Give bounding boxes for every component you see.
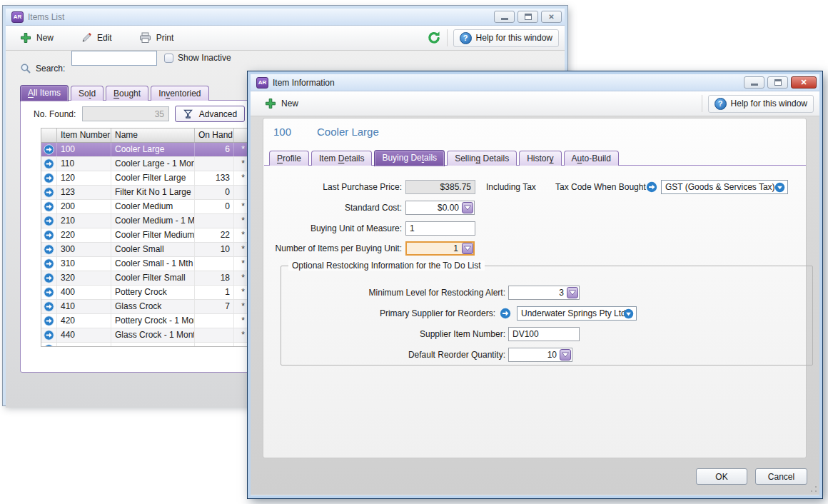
- close-button[interactable]: ✕: [791, 76, 817, 89]
- cell-name: Cooler Small: [111, 243, 195, 256]
- cell-item-number: 440: [57, 328, 111, 342]
- close-button[interactable]: ✕: [541, 11, 562, 23]
- tab-history[interactable]: History: [519, 151, 561, 166]
- item-row-400[interactable]: 400Pottery Crock1*: [41, 286, 252, 300]
- row-zoom-arrow-icon[interactable]: [41, 328, 57, 342]
- plus-icon: [265, 98, 276, 109]
- minimize-button[interactable]: [494, 11, 515, 23]
- maximize-button[interactable]: [767, 76, 788, 89]
- cell-item-number: 220: [57, 228, 111, 242]
- cell-on-hand: 7: [195, 300, 234, 313]
- row-zoom-arrow-icon[interactable]: [41, 200, 57, 213]
- tab-profile[interactable]: Profile: [269, 151, 309, 166]
- new-button[interactable]: New: [258, 95, 306, 112]
- tab-auto-build[interactable]: Auto-Build: [564, 151, 619, 166]
- search-input[interactable]: [71, 51, 157, 66]
- items-list-titlebar[interactable]: AR Items List ✕: [6, 9, 565, 26]
- tab-all-items[interactable]: All Items: [20, 85, 69, 101]
- tab-item-details[interactable]: Item Details: [311, 151, 372, 166]
- items-per-unit-spinner-icon[interactable]: [462, 243, 473, 254]
- tab-inventoried[interactable]: Inventoried: [151, 86, 208, 101]
- maximize-button[interactable]: [518, 11, 538, 23]
- plus-icon: [20, 32, 31, 44]
- ok-button[interactable]: OK: [696, 468, 747, 485]
- tax-code-dropdown-icon[interactable]: [774, 182, 785, 193]
- help-button[interactable]: ? Help for this window: [708, 95, 814, 113]
- row-zoom-arrow-icon[interactable]: [41, 214, 57, 228]
- cell-on-hand: 6: [195, 143, 234, 156]
- items-per-unit-field[interactable]: 1: [405, 241, 475, 256]
- min-level-field[interactable]: 3: [508, 286, 580, 300]
- cell-on-hand: 133: [195, 171, 234, 185]
- item-row-120[interactable]: 120Cooler Filter Large133*: [41, 171, 252, 186]
- header-on-hand[interactable]: On Hand: [195, 128, 234, 142]
- item-row-100[interactable]: 100Cooler Large6*: [41, 143, 252, 157]
- item-row-123[interactable]: 123Filter Kit No 1 Large0: [41, 186, 252, 200]
- refresh-icon[interactable]: [427, 31, 441, 45]
- cell-on-hand: 0: [195, 200, 234, 213]
- minimize-button[interactable]: [744, 76, 764, 89]
- item-row-200[interactable]: 200Cooler Medium0*: [41, 200, 252, 214]
- item-row-420[interactable]: 420Pottery Crock - 1 Montl*: [41, 314, 252, 328]
- item-row-partial[interactable]: [41, 343, 252, 347]
- print-button[interactable]: Print: [132, 29, 181, 46]
- item-row-310[interactable]: 310Cooler Small - 1 Mth Rer*: [41, 257, 252, 271]
- items-list-tabs: All ItemsSoldBoughtInventoried: [20, 85, 209, 101]
- buying-unit-field[interactable]: 1: [405, 221, 475, 236]
- items-table-header: Item Number Name On Hand: [41, 128, 252, 143]
- supplier-item-number-field[interactable]: DV100: [508, 327, 580, 341]
- item-row-210[interactable]: 210Cooler Medium - 1 Mont*: [41, 214, 252, 228]
- tab-selling-details[interactable]: Selling Details: [447, 151, 517, 166]
- primary-supplier-dropdown-icon[interactable]: [623, 308, 634, 319]
- row-zoom-arrow-icon[interactable]: [41, 143, 57, 156]
- tab-buying-details[interactable]: Buying Details: [374, 150, 445, 166]
- resize-grip[interactable]: [810, 485, 817, 493]
- row-zoom-arrow-icon[interactable]: [41, 286, 57, 299]
- header-item-number[interactable]: Item Number: [57, 128, 111, 142]
- reorder-quantity-field[interactable]: 10: [508, 348, 572, 362]
- item-row-220[interactable]: 220Cooler Filter Medium22*: [41, 228, 252, 243]
- tab-bought[interactable]: Bought: [106, 86, 148, 101]
- row-zoom-arrow-icon[interactable]: [41, 271, 57, 285]
- min-level-value: 3: [559, 288, 564, 298]
- printer-icon: [139, 32, 151, 44]
- tab-sold[interactable]: Sold: [71, 86, 104, 101]
- row-zoom-arrow-icon[interactable]: [41, 300, 57, 313]
- standard-cost-field[interactable]: $0.00: [405, 201, 475, 215]
- item-row-110[interactable]: 110Cooler Large - 1 Month*: [41, 157, 252, 171]
- tax-code-combo[interactable]: GST (Goods & Services Tax): [661, 180, 788, 194]
- row-zoom-arrow-icon[interactable]: [41, 343, 57, 347]
- header-name[interactable]: Name: [111, 128, 195, 142]
- supplier-zoom-arrow-icon[interactable]: [500, 308, 510, 318]
- help-button[interactable]: ? Help for this window: [453, 29, 559, 47]
- standard-cost-spinner-icon[interactable]: [462, 202, 473, 213]
- show-inactive-checkbox[interactable]: [164, 54, 173, 63]
- item-info-panel: 100Cooler Large ProfileItem DetailsBuyin…: [263, 118, 807, 458]
- cancel-button[interactable]: Cancel: [755, 468, 807, 485]
- cell-item-number: 100: [57, 143, 111, 156]
- row-zoom-arrow-icon[interactable]: [41, 243, 57, 256]
- no-found-label: No. Found:: [34, 109, 76, 119]
- no-found-field: [82, 106, 169, 121]
- primary-supplier-combo[interactable]: Underwater Springs Pty Ltd: [517, 306, 637, 321]
- item-row-320[interactable]: 320Cooler Filter Small18*: [41, 271, 252, 286]
- reorder-quantity-spinner-icon[interactable]: [560, 349, 571, 361]
- edit-button[interactable]: Edit: [74, 29, 119, 46]
- row-zoom-arrow-icon[interactable]: [41, 157, 57, 171]
- row-zoom-arrow-icon[interactable]: [41, 228, 57, 242]
- item-row-440[interactable]: 440Glass Crock - 1 Month R*: [41, 328, 252, 343]
- advanced-button[interactable]: Advanced: [175, 106, 245, 122]
- cell-on-hand: 22: [195, 228, 234, 242]
- min-level-spinner-icon[interactable]: [567, 287, 578, 298]
- row-zoom-arrow-icon[interactable]: [41, 171, 57, 185]
- new-button[interactable]: New: [13, 29, 61, 46]
- tax-code-zoom-arrow-icon[interactable]: [646, 181, 657, 192]
- row-zoom-arrow-icon[interactable]: [41, 257, 57, 271]
- row-zoom-arrow-icon[interactable]: [41, 314, 57, 328]
- row-zoom-arrow-icon[interactable]: [41, 186, 57, 199]
- item-info-titlebar[interactable]: AR Item Information ✕: [251, 74, 819, 91]
- item-row-410[interactable]: 410Glass Crock7*: [41, 300, 252, 314]
- new-label: New: [281, 99, 298, 109]
- item-row-300[interactable]: 300Cooler Small10*: [41, 243, 252, 257]
- cell-item-number: 310: [57, 257, 111, 271]
